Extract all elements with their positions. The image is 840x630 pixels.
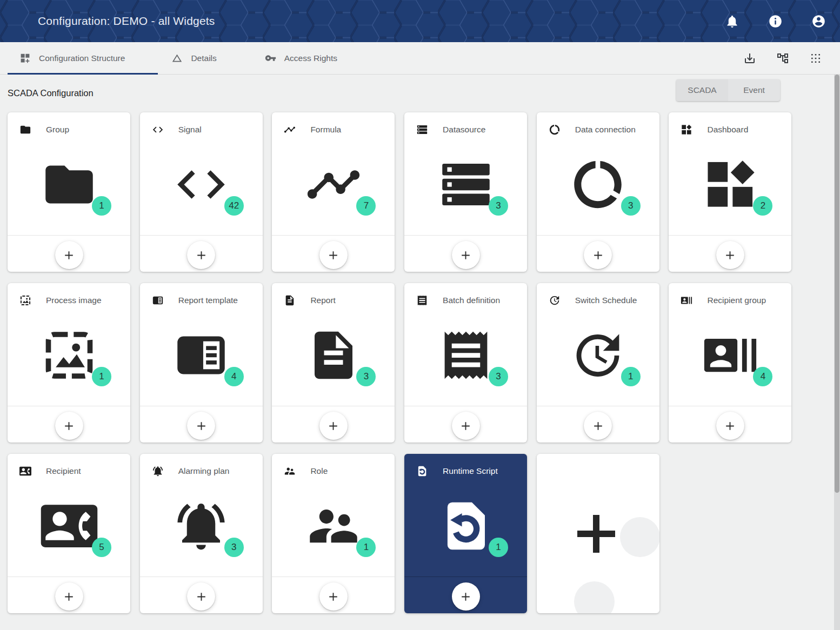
widget-card-recipient[interactable]: Recipient5 (8, 454, 130, 613)
count-badge: 42 (224, 196, 244, 216)
widget-card-role[interactable]: Role1 (272, 454, 395, 613)
count-badge: 3 (621, 196, 641, 216)
card-actions (669, 236, 791, 272)
tab-configuration-structure[interactable]: Configuration Structure (0, 42, 140, 74)
add-button[interactable] (319, 241, 348, 269)
add-button[interactable] (319, 582, 348, 611)
app-header: Configuration: DEMO - all Widgets (0, 0, 840, 42)
datasource-icon (416, 124, 428, 136)
count-badge: 5 (92, 538, 111, 557)
count-badge: 7 (356, 196, 376, 216)
count-badge: 3 (224, 538, 244, 557)
widget-card-group[interactable]: Group1 (8, 112, 130, 272)
switch-schedule-icon (549, 294, 561, 306)
card-actions (272, 577, 395, 613)
toggle-option-scada[interactable]: SCADA (676, 79, 728, 101)
widget-card-signal[interactable]: Signal42 (140, 112, 263, 272)
datasource-icon (437, 156, 494, 213)
toolbar-actions (743, 52, 822, 65)
download-icon[interactable] (743, 52, 756, 65)
widget-card-report[interactable]: Report3 (272, 283, 395, 443)
add-button[interactable] (584, 241, 612, 269)
details-icon (171, 52, 183, 64)
widget-card-process-image[interactable]: Process image1 (8, 283, 130, 443)
widget-card-formula[interactable]: Formula7 (272, 112, 395, 272)
card-header: Recipient group (681, 294, 766, 306)
card-header: Formula (284, 124, 341, 136)
scrollbar-track[interactable] (834, 75, 840, 630)
add-button[interactable] (187, 241, 215, 269)
card-label: Dashboard (707, 125, 748, 135)
widget-card-alarming-plan[interactable]: Alarming plan3 (140, 454, 263, 613)
widget-card-runtime-script[interactable]: Runtime Script1 (404, 454, 527, 613)
add-button[interactable] (319, 412, 348, 440)
notifications-icon[interactable] (725, 14, 739, 29)
card-header: Report template (152, 294, 238, 306)
widget-card-switch-schedule[interactable]: Switch Schedule1 (537, 283, 659, 443)
add-button[interactable] (452, 412, 480, 440)
count-badge: 1 (92, 367, 111, 386)
tab-details[interactable]: Details (153, 42, 235, 74)
card-header: Runtime Script (416, 465, 498, 477)
code-icon (173, 156, 230, 213)
widget-card-report-template[interactable]: Report template4 (140, 283, 263, 443)
card-actions (140, 406, 263, 443)
widget-grid: Group1Signal42Formula7Datasource3Data co… (8, 112, 791, 613)
card-label: Recipient group (707, 296, 766, 305)
add-button[interactable] (55, 241, 83, 269)
add-button[interactable] (187, 582, 215, 611)
card-actions (404, 577, 527, 613)
card-label: Alarming plan (178, 466, 230, 476)
tree-view-icon[interactable] (776, 52, 789, 65)
add-button[interactable] (452, 582, 480, 611)
alarming-plan-icon (173, 498, 230, 554)
card-label: Data connection (575, 125, 636, 135)
card-header: Dashboard (681, 124, 748, 136)
add-button[interactable] (716, 412, 744, 440)
add-widget-card[interactable] (537, 454, 659, 613)
widget-card-data-connection[interactable]: Data connection3 (537, 112, 659, 272)
active-tab-indicator (8, 73, 158, 75)
count-badge: 1 (489, 538, 508, 557)
toggle-option-event[interactable]: Event (728, 79, 780, 101)
recipient-icon (19, 465, 31, 477)
ghost-circle (620, 517, 659, 557)
info-icon[interactable] (768, 14, 783, 29)
grid-view-icon[interactable] (809, 52, 822, 65)
add-button[interactable] (55, 582, 83, 611)
dashboard-icon (681, 124, 692, 136)
scada-event-toggle: SCADA Event (676, 79, 780, 101)
card-actions (8, 577, 130, 613)
card-actions (669, 406, 791, 443)
count-badge: 3 (489, 367, 508, 386)
runtime-script-icon (437, 498, 494, 554)
widget-card-dashboard[interactable]: Dashboard2 (669, 112, 791, 272)
card-actions (537, 406, 659, 443)
add-button[interactable] (584, 412, 612, 440)
folder-icon (19, 124, 31, 136)
scrollbar-thumb[interactable] (835, 75, 839, 493)
recipient-icon (41, 498, 97, 554)
report-icon (284, 294, 296, 306)
section-title: SCADA Configuration (8, 88, 94, 98)
batch-definition-icon (416, 294, 428, 306)
count-badge: 1 (356, 538, 376, 557)
dashboard-icon (702, 156, 758, 213)
data-connection-icon (570, 156, 626, 213)
add-button[interactable] (716, 241, 744, 269)
widget-card-recipient-group[interactable]: Recipient group4 (669, 283, 791, 443)
tab-access-rights[interactable]: Access Rights (246, 42, 356, 74)
add-button[interactable] (187, 412, 215, 440)
card-actions (404, 406, 527, 443)
card-actions (140, 577, 263, 613)
widget-card-datasource[interactable]: Datasource3 (404, 112, 527, 272)
card-label: Switch Schedule (575, 296, 637, 305)
add-button[interactable] (452, 241, 480, 269)
widget-card-batch-definition[interactable]: Batch definition3 (404, 283, 527, 443)
card-actions (8, 236, 130, 272)
card-actions (272, 236, 395, 272)
account-icon[interactable] (811, 14, 826, 29)
add-button[interactable] (55, 412, 83, 440)
access-rights-icon (265, 52, 276, 64)
card-label: Formula (310, 125, 341, 135)
